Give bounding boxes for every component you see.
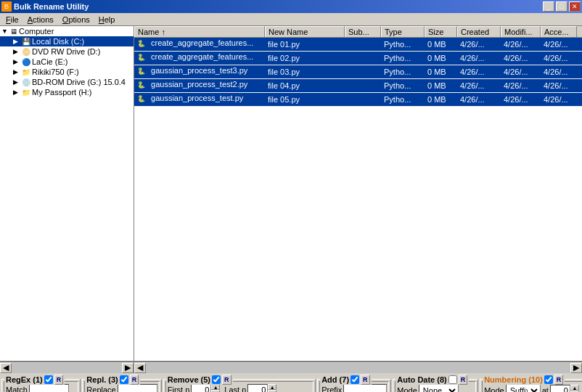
file-row[interactable]: 🐍 create_aggregate_features... file 01.p… <box>134 38 582 52</box>
col-header-newname[interactable]: New Name <box>265 26 345 37</box>
file-row[interactable]: 🐍 gaussian_process_test2.py file 04.py P… <box>134 79 582 93</box>
expand-computer[interactable]: ▼ <box>1 28 10 35</box>
fscroll-right[interactable]: ▶ <box>570 363 582 373</box>
file-name-cell: 🐍 gaussian_process_test.py <box>134 93 265 106</box>
tree-item-dvd[interactable]: ▶ 📀 DVD RW Drive (D:) <box>0 46 134 57</box>
file-modified-cell: 4/26/... <box>501 94 541 105</box>
numbering-mode-select[interactable]: Suffix <box>506 384 541 392</box>
file-size-cell: 0 MB <box>425 67 457 77</box>
autodate-enable-checkbox[interactable] <box>448 375 457 384</box>
file-panel[interactable]: Name ↑ New Name Sub... Type Size Created… <box>134 26 582 362</box>
add-enable-checkbox[interactable] <box>351 375 359 384</box>
numbering-enable-checkbox[interactable] <box>544 375 553 384</box>
autodate-r-button[interactable]: R <box>459 375 468 385</box>
add-r-button[interactable]: R <box>361 375 370 385</box>
col-header-accessed[interactable]: Acce... <box>541 26 577 37</box>
minimize-button[interactable]: _ <box>543 1 554 12</box>
remove-enable-checkbox[interactable] <box>212 375 221 384</box>
file-row[interactable]: 🐍 gaussian_process_test3.py file 03.py P… <box>134 65 582 79</box>
app-title: Bulk Rename Utility <box>14 2 89 11</box>
col-header-size[interactable]: Size <box>425 26 457 37</box>
expand-localc[interactable]: ▶ <box>13 38 22 45</box>
py-file-icon: 🐍 <box>137 95 147 105</box>
col-header-modified[interactable]: Modifi... <box>501 26 541 37</box>
expand-lacie[interactable]: ▶ <box>13 58 22 65</box>
tree-item-passport[interactable]: ▶ 📁 My Passport (H:) <box>0 87 134 97</box>
menu-actions[interactable]: Actions <box>23 15 58 25</box>
numbering-at-input[interactable] <box>550 385 570 392</box>
numbering-r-button[interactable]: R <box>554 375 564 385</box>
add-prefix-input[interactable] <box>343 384 387 392</box>
expand-passport[interactable]: ▶ <box>13 89 22 96</box>
tree-item-bdrom[interactable]: ▶ 💿 BD-ROM Drive (G:) 15.0.4 <box>0 77 134 87</box>
py-file-icon: 🐍 <box>137 81 147 91</box>
menu-file[interactable]: File <box>1 15 23 25</box>
tree-panel[interactable]: ▼ 🖥 Computer ▶ 💾 Local Disk (C:) ▶ 📀 DVD… <box>0 26 134 362</box>
file-type-cell: Pytho... <box>381 81 425 91</box>
tree-item-computer[interactable]: ▼ 🖥 Computer <box>0 26 134 36</box>
tree-label-computer: Computer <box>19 27 54 36</box>
remove-firstn-input[interactable] <box>191 384 211 392</box>
dvd-icon: 📀 <box>22 48 30 56</box>
file-name-cell: 🐍 gaussian_process_test3.py <box>134 65 265 78</box>
passport-icon: 📁 <box>22 89 30 97</box>
scroll-right[interactable]: ▶ <box>122 363 134 373</box>
repl-r-button[interactable]: R <box>130 375 139 385</box>
tree-item-rikiki[interactable]: ▶ 📁 Rikiki750 (F:) <box>0 67 134 77</box>
fscroll-left[interactable]: ◀ <box>134 363 146 373</box>
maximize-button[interactable]: □ <box>556 1 567 12</box>
repl-enable-checkbox[interactable] <box>120 375 128 384</box>
menu-bar: File Actions Options Help <box>0 13 582 26</box>
py-file-icon: 🐍 <box>137 40 147 50</box>
col-header-created[interactable]: Created <box>457 26 501 37</box>
file-row[interactable]: 🐍 gaussian_process_test.py file 05.py Py… <box>134 93 582 107</box>
autodate-mode-select[interactable]: None <box>419 384 459 392</box>
file-accessed-cell: 4/26/... <box>541 67 577 77</box>
scroll-left[interactable]: ◀ <box>0 363 12 373</box>
col-header-name[interactable]: Name ↑ <box>134 26 265 37</box>
menu-help[interactable]: Help <box>94 15 120 25</box>
file-size-cell: 0 MB <box>425 81 457 91</box>
file-size-cell: 0 MB <box>425 53 457 63</box>
repl-replace-input[interactable] <box>118 384 157 392</box>
menu-options[interactable]: Options <box>58 15 94 25</box>
app-icon: B <box>1 1 12 12</box>
file-type-cell: Pytho... <box>381 39 425 49</box>
regex-enable-checkbox[interactable] <box>44 375 53 384</box>
tree-label-bdrom: BD-ROM Drive (G:) 15.0.4 <box>32 78 126 86</box>
file-sub-cell <box>345 44 381 45</box>
file-modified-cell: 4/26/... <box>501 39 541 49</box>
repl-replace-label: Replace <box>86 385 115 392</box>
file-modified-cell: 4/26/... <box>501 81 541 91</box>
file-accessed-cell: 4/26/... <box>541 94 577 105</box>
file-row[interactable]: 🐍 create_aggregate_features... file 02.p… <box>134 52 582 65</box>
file-modified-cell: 4/26/... <box>501 67 541 77</box>
file-newname-cell: file 04.py <box>265 81 345 91</box>
expand-bdrom[interactable]: ▶ <box>13 78 22 86</box>
expand-dvd[interactable]: ▶ <box>13 48 22 55</box>
file-newname-cell: file 05.py <box>265 94 345 105</box>
tree-scrollbar[interactable]: ◀ ▶ <box>0 362 134 373</box>
file-size-cell: 0 MB <box>425 39 457 49</box>
expand-rikiki[interactable]: ▶ <box>13 68 22 75</box>
py-file-icon: 🐍 <box>137 54 147 64</box>
file-size-cell: 0 MB <box>425 94 457 105</box>
file-created-cell: 4/26/... <box>457 67 501 77</box>
regex-match-input[interactable] <box>29 384 69 392</box>
regex-r-button[interactable]: R <box>54 375 64 385</box>
tree-item-localc[interactable]: ▶ 💾 Local Disk (C:) <box>0 36 134 46</box>
close-button[interactable]: ✕ <box>569 1 581 12</box>
remove-lastn-input[interactable] <box>247 384 268 392</box>
panels-area: RegEx (1) R Match Replace Include Ext. <box>0 373 582 392</box>
num-at-up[interactable]: ▲ <box>570 385 579 391</box>
title-bar: B Bulk Rename Utility _ □ ✕ <box>0 0 582 13</box>
col-header-type[interactable]: Type <box>381 26 425 37</box>
lastn-up[interactable]: ▲ <box>268 384 276 390</box>
file-created-cell: 4/26/... <box>457 53 501 63</box>
col-header-sub[interactable]: Sub... <box>345 26 381 37</box>
firstn-up[interactable]: ▲ <box>211 384 220 390</box>
title-bar-left: B Bulk Rename Utility <box>1 1 89 12</box>
tree-item-lacie[interactable]: ▶ 🔵 LaCie (E:) <box>0 57 134 67</box>
file-scrollbar[interactable]: ◀ ▶ <box>134 362 582 373</box>
remove-r-button[interactable]: R <box>222 375 231 385</box>
